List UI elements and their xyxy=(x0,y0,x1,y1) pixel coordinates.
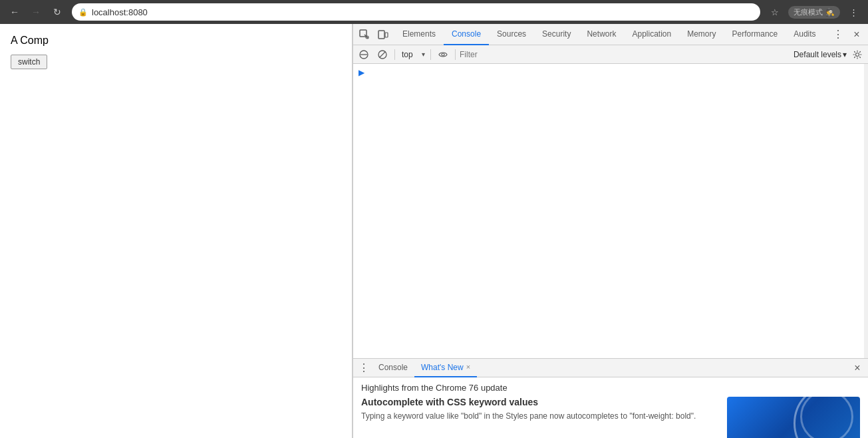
drawer-close-button[interactable]: × xyxy=(849,360,865,376)
drawer-feature-image xyxy=(727,397,860,438)
incognito-icon: 🕵️ xyxy=(825,8,835,17)
svg-point-9 xyxy=(856,53,859,56)
inspect-element-button[interactable] xyxy=(356,26,373,43)
drawer-content: Highlights from the Chrome 76 update Aut… xyxy=(353,377,868,438)
address-bar[interactable]: 🔒 localhost:8080 xyxy=(72,3,760,21)
drawer-main: Autocomplete with CSS keyword values Typ… xyxy=(361,397,860,438)
console-expand-arrow[interactable]: ▶ xyxy=(353,67,868,79)
toolbar-divider-3 xyxy=(455,49,456,60)
refresh-button[interactable]: ↻ xyxy=(48,3,67,21)
page-title: A Comp xyxy=(11,35,341,47)
tab-sources[interactable]: Sources xyxy=(489,24,534,45)
forward-button[interactable]: → xyxy=(27,3,45,21)
clear-console-button[interactable] xyxy=(356,47,372,63)
feature-desc: Typing a keyword value like "bold" in th… xyxy=(361,410,719,422)
context-selector-wrapper: top ▾ xyxy=(399,49,426,61)
switch-button[interactable]: switch xyxy=(11,55,47,69)
tab-elements[interactable]: Elements xyxy=(394,24,444,45)
whats-new-close[interactable]: × xyxy=(466,363,470,371)
highlight-title: Highlights from the Chrome 76 update xyxy=(361,383,860,393)
tab-memory[interactable]: Memory xyxy=(679,24,724,45)
bottom-drawer: ⋮ Console What's New × × Highlights from… xyxy=(353,358,868,438)
context-select[interactable]: top xyxy=(399,49,426,61)
incognito-label: 无痕模式 xyxy=(794,7,823,17)
svg-rect-2 xyxy=(378,31,384,39)
filter-input[interactable] xyxy=(460,50,791,59)
drawer-tab-console[interactable]: Console xyxy=(372,359,414,377)
tab-application[interactable]: Application xyxy=(624,24,679,45)
devtools-topbar: Elements Console Sources Security Networ… xyxy=(353,24,868,45)
devtools-panel: Elements Console Sources Security Networ… xyxy=(353,24,868,438)
feature-title: Autocomplete with CSS keyword values xyxy=(361,397,719,407)
console-settings-button[interactable] xyxy=(849,47,865,63)
scrollbar[interactable] xyxy=(864,64,868,358)
tab-performance[interactable]: Performance xyxy=(724,24,786,45)
url-text: localhost:8080 xyxy=(92,7,148,17)
toolbar-divider-1 xyxy=(394,49,395,60)
console-toolbar: top ▾ Default levels ▾ xyxy=(353,45,868,64)
tab-network[interactable]: Network xyxy=(579,24,624,45)
devtools-top-icons xyxy=(356,26,392,43)
svg-point-8 xyxy=(442,53,444,56)
devtools-more-options[interactable]: ⋮ xyxy=(829,26,847,43)
tab-security[interactable]: Security xyxy=(534,24,579,45)
lock-icon: 🔒 xyxy=(78,8,88,17)
drawer-text-content: Autocomplete with CSS keyword values Typ… xyxy=(361,397,719,438)
devtools-close-button[interactable]: × xyxy=(848,26,865,43)
drawer-tabs-bar: ⋮ Console What's New × × xyxy=(353,359,868,377)
default-levels-arrow: ▾ xyxy=(843,50,847,59)
toolbar-divider-2 xyxy=(430,49,431,60)
nav-buttons: ← → ↻ xyxy=(5,3,67,21)
page-content: A Comp switch xyxy=(0,24,353,438)
console-output: ▶ xyxy=(353,64,868,358)
devtools-tabs: Elements Console Sources Security Networ… xyxy=(394,24,824,45)
devtools-tab-more: ⋮ × xyxy=(829,26,865,43)
back-button[interactable]: ← xyxy=(5,3,24,21)
block-requests-button[interactable] xyxy=(374,47,390,63)
default-levels-label: Default levels xyxy=(794,50,841,59)
default-levels-dropdown[interactable]: Default levels ▾ xyxy=(794,50,847,59)
image-circle-2 xyxy=(800,397,853,438)
browser-actions: ☆ 无痕模式 🕵️ ⋮ xyxy=(766,3,863,21)
device-toolbar-button[interactable] xyxy=(374,26,392,43)
live-expressions-button[interactable] xyxy=(435,47,451,63)
main-area: A Comp switch xyxy=(0,24,868,438)
svg-line-7 xyxy=(380,51,386,57)
incognito-badge: 无痕模式 🕵️ xyxy=(788,6,840,19)
bookmark-button[interactable]: ☆ xyxy=(766,3,784,21)
browser-chrome: ← → ↻ 🔒 localhost:8080 ☆ 无痕模式 🕵️ ⋮ xyxy=(0,0,868,24)
tab-audits[interactable]: Audits xyxy=(786,24,823,45)
svg-rect-3 xyxy=(385,33,388,37)
tab-console[interactable]: Console xyxy=(444,24,489,45)
more-button[interactable]: ⋮ xyxy=(844,3,863,21)
drawer-more-button[interactable]: ⋮ xyxy=(356,360,372,376)
whats-new-label: What's New xyxy=(421,363,464,372)
drawer-tab-whats-new[interactable]: What's New × xyxy=(414,359,477,377)
